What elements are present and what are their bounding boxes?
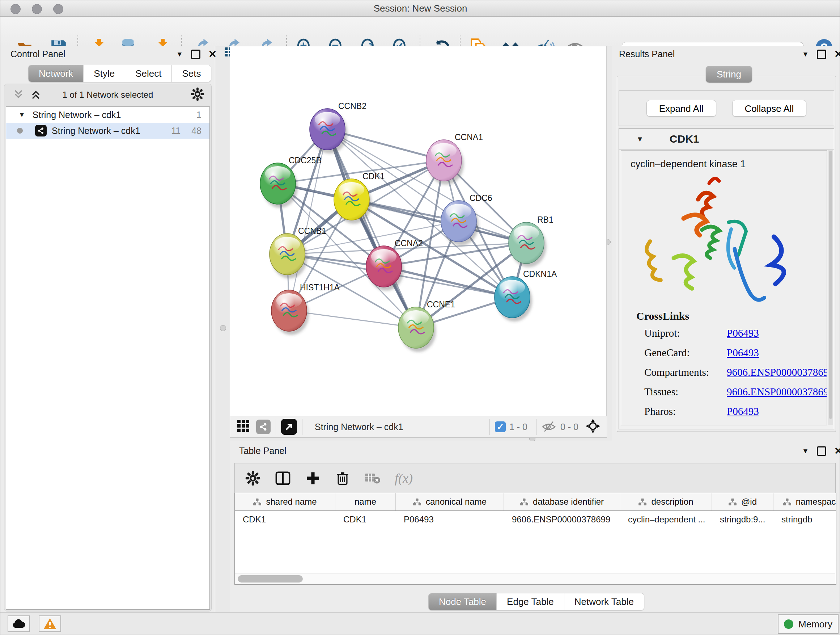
memory-status-button[interactable]: Memory [778, 614, 838, 634]
network-node-CCNB1[interactable]: CCNB1 [270, 226, 326, 275]
crosslink-link[interactable]: P06493 [727, 405, 759, 417]
tab-select[interactable]: Select [125, 65, 172, 82]
panel-menu-caret-icon[interactable]: ▼ [176, 50, 183, 58]
network-node-CCNA1[interactable]: CCNA1 [426, 133, 483, 181]
table-tabs: Node Table Edge Table Network Table [428, 593, 644, 610]
network-name: String Network – cdk1 [52, 126, 141, 136]
crosslink-link[interactable]: 9606.ENSP00000378699 [727, 386, 827, 398]
status-bar: Memory [0, 612, 840, 635]
add-column-plus-icon[interactable] [305, 470, 321, 486]
delete-trash-icon[interactable] [335, 470, 351, 486]
table-gear-icon[interactable] [245, 470, 261, 486]
protein-section: ▼ CDK1 cyclin–dependent kinase 1 [619, 128, 834, 429]
column-header-3[interactable]: canonical name [396, 493, 504, 510]
selected-node-edge-counts: 1 - 0 [509, 422, 527, 432]
table-horizontal-scrollbar[interactable] [235, 573, 835, 584]
crosslink-link[interactable]: P06493 [727, 347, 759, 359]
panel-close-icon[interactable]: ✕ [834, 448, 840, 455]
network-node-count: 11 [171, 126, 180, 136]
crosslink-link[interactable]: P06493 [727, 327, 759, 339]
node-label: CDKN1A [523, 269, 557, 279]
node-label: CCNB1 [298, 226, 326, 236]
network-collection-row[interactable]: ▼ String Network – cdk1 1 [6, 107, 210, 123]
expand-all-button[interactable]: Expand All [646, 100, 716, 117]
crosslink-row: Tissues: 9606.ENSP00000378699 [644, 386, 827, 398]
network-node-CDC25B[interactable]: CDC25B [260, 156, 322, 204]
cloud-status-button[interactable] [8, 616, 30, 632]
network-node-CDKN1A[interactable]: CDKN1A [494, 269, 557, 318]
panel-close-icon[interactable]: ✕ [208, 51, 217, 58]
tab-node-table[interactable]: Node Table [429, 593, 497, 610]
node-label: CDK1 [363, 172, 385, 181]
column-header-4[interactable]: database identifier [504, 493, 620, 510]
protein-section-header[interactable]: ▼ CDK1 [619, 128, 834, 150]
left-splitter-handle[interactable] [220, 325, 226, 331]
table-cell[interactable]: 9606.ENSP00000378699 [504, 511, 620, 528]
results-scrollbar[interactable] [828, 150, 833, 424]
warning-status-button[interactable] [39, 616, 61, 632]
hierarchy-icon [413, 498, 422, 506]
tab-network-table[interactable]: Network Table [564, 593, 644, 610]
column-header-2[interactable]: name [335, 493, 396, 510]
memory-label: Memory [798, 619, 832, 630]
panel-menu-caret-icon[interactable]: ▼ [802, 50, 809, 58]
node-table[interactable]: shared namenamecanonical namedatabase id… [234, 493, 836, 585]
function-builder-icon: f(x) [395, 470, 413, 486]
panel-menu-caret-icon[interactable]: ▼ [802, 447, 809, 455]
panel-close-icon[interactable]: ✕ [834, 51, 840, 58]
crosslink-link[interactable]: 9606.ENSP00000378699 [727, 366, 827, 378]
network-node-RB1[interactable]: RB1 [508, 215, 554, 264]
table-cell[interactable]: P06493 [396, 511, 504, 528]
hidden-items-eye-slash-icon[interactable] [542, 420, 557, 433]
network-canvas[interactable]: CCNB2CCNA1CDC25BCDK1CDC6RB1CCNB1CCNA2CDK… [230, 46, 607, 416]
tab-style[interactable]: Style [84, 65, 125, 82]
panel-float-icon[interactable] [817, 50, 826, 59]
control-panel-tabs: Network Style Select Sets [28, 65, 211, 82]
crosslink-row: GeneCard: P06493 [644, 347, 827, 359]
network-selection-status: 1 of 1 Network selected [4, 90, 211, 100]
column-header-1[interactable]: shared name [235, 493, 335, 510]
column-header-6[interactable]: @id [712, 493, 774, 510]
collapse-all-button[interactable]: Collapse All [732, 100, 807, 117]
tab-edge-table[interactable]: Edge Table [497, 593, 564, 610]
table-cell[interactable]: cyclin–dependent ... [620, 511, 712, 528]
open-in-window-button[interactable] [281, 419, 297, 435]
table-cell[interactable]: stringdb [774, 511, 836, 528]
network-view-button[interactable] [256, 420, 271, 434]
panel-float-icon[interactable] [817, 447, 826, 456]
table-toolbar: f(x) [234, 463, 836, 493]
table-cell[interactable]: CDK1 [335, 511, 396, 528]
show-columns-icon[interactable] [275, 470, 291, 486]
footer-separator [536, 419, 537, 435]
fit-selected-button[interactable] [585, 418, 601, 435]
share-icon [259, 423, 268, 431]
network-options-gear[interactable] [190, 87, 205, 103]
panel-float-icon[interactable] [191, 50, 201, 59]
tab-string[interactable]: String [706, 66, 752, 82]
hierarchy-icon [783, 498, 791, 506]
table-cell[interactable]: CDK1 [235, 511, 335, 528]
node-label: CDC6 [470, 193, 493, 203]
column-header-5[interactable]: description [620, 493, 712, 510]
column-header-7[interactable]: namespac [774, 493, 836, 510]
crosslink-row: Pharos: P06493 [644, 405, 827, 417]
table-row[interactable]: CDK1CDK1P064939606.ENSP00000378699cyclin… [235, 511, 836, 528]
table-cell[interactable]: stringdb:9... [712, 511, 774, 528]
title-bar: Session: New Session [0, 0, 840, 17]
tab-sets[interactable]: Sets [172, 65, 211, 82]
network-node-CDC6[interactable]: CDC6 [441, 193, 493, 242]
selected-items-checkbox[interactable]: ✓ [495, 421, 506, 432]
tree-expander-icon[interactable]: ▼ [19, 111, 25, 119]
birds-eye-grid-button[interactable] [237, 419, 250, 434]
network-row-selected[interactable]: String Network – cdk1 11 48 [6, 123, 210, 139]
tab-network[interactable]: Network [28, 65, 84, 82]
cloud-icon [12, 618, 26, 629]
network-edge[interactable] [327, 129, 416, 328]
network-node-CDK1[interactable]: CDK1 [334, 172, 385, 220]
section-collapse-icon[interactable]: ▼ [636, 135, 644, 143]
protein-description: cyclin–dependent kinase 1 [630, 158, 827, 170]
string-network-view[interactable]: CCNB2CCNA1CDC25BCDK1CDC6RB1CCNB1CCNA2CDK… [230, 46, 606, 416]
network-node-CCNB2[interactable]: CCNB2 [309, 101, 366, 150]
footer-separator [276, 419, 276, 435]
node-label: RB1 [537, 215, 554, 225]
